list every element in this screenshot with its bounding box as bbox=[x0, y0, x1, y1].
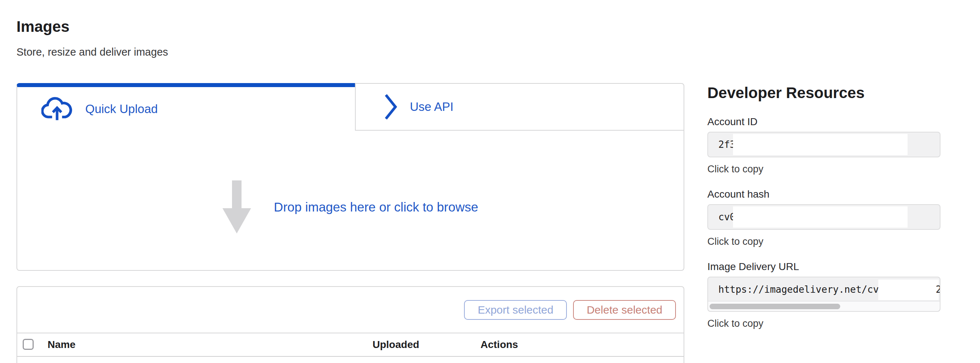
image-delivery-url-copy-hint: Click to copy bbox=[707, 318, 940, 330]
tab-use-api[interactable]: Use API bbox=[355, 83, 684, 131]
image-delivery-url-label: Image Delivery URL bbox=[707, 261, 940, 273]
horizontal-scrollbar-track[interactable] bbox=[708, 301, 940, 311]
delete-selected-button[interactable]: Delete selected bbox=[573, 300, 676, 320]
tab-use-api-label: Use API bbox=[410, 100, 453, 114]
tab-quick-upload-label: Quick Upload bbox=[85, 102, 158, 116]
tab-quick-upload[interactable]: Quick Upload bbox=[16, 83, 355, 131]
image-delivery-url-text-row: https://imagedelivery.net/cv0JSj 2 bbox=[708, 277, 940, 301]
down-arrow-icon bbox=[223, 180, 251, 234]
image-delivery-url-clipped-character: 2 bbox=[936, 277, 940, 301]
page-root: { "page": { "title": "Images", "subtitle… bbox=[0, 0, 980, 363]
select-all-checkbox[interactable] bbox=[23, 339, 33, 350]
account-id-label: Account ID bbox=[707, 116, 940, 128]
account-hash-label: Account hash bbox=[707, 188, 940, 201]
image-delivery-url-value: https://imagedelivery.net/cv0JSj bbox=[718, 284, 902, 295]
developer-resources-panel: Developer Resources Account ID 2f3d Clic… bbox=[707, 83, 940, 342]
account-id-copy-hint: Click to copy bbox=[707, 163, 940, 175]
account-id-redaction-overlay bbox=[733, 134, 908, 155]
horizontal-scrollbar-thumb[interactable] bbox=[710, 304, 840, 309]
page-subtitle: Store, resize and deliver images bbox=[16, 45, 684, 59]
column-header-name: Name bbox=[48, 339, 75, 350]
column-header-uploaded: Uploaded bbox=[372, 339, 419, 350]
account-hash-redaction-overlay bbox=[733, 206, 908, 228]
upload-tabs: Quick Upload Use API bbox=[16, 83, 684, 131]
account-hash-field[interactable]: cv0J bbox=[707, 204, 940, 230]
page-title: Images bbox=[16, 18, 684, 36]
image-delivery-url-field[interactable]: https://imagedelivery.net/cv0JSj 2 bbox=[707, 277, 940, 312]
account-hash-copy-hint: Click to copy bbox=[707, 236, 940, 247]
table-toolbar: Export selected Delete selected bbox=[17, 287, 684, 333]
account-id-field[interactable]: 2f3d bbox=[707, 132, 940, 158]
dropzone-label: Drop images here or click to browse bbox=[274, 200, 478, 215]
image-delivery-url-redaction-overlay bbox=[878, 280, 939, 300]
upload-dropzone[interactable]: Drop images here or click to browse bbox=[16, 131, 684, 271]
main-content: Images Store, resize and deliver images … bbox=[16, 0, 684, 363]
cloud-upload-icon bbox=[41, 96, 73, 121]
table-header-row: Name Uploaded Actions bbox=[17, 333, 684, 357]
images-table-panel: Export selected Delete selected Name Upl… bbox=[16, 286, 684, 363]
column-header-actions: Actions bbox=[480, 339, 518, 350]
export-selected-button[interactable]: Export selected bbox=[464, 300, 567, 320]
chevron-right-icon bbox=[384, 94, 398, 120]
developer-resources-title: Developer Resources bbox=[707, 83, 940, 102]
